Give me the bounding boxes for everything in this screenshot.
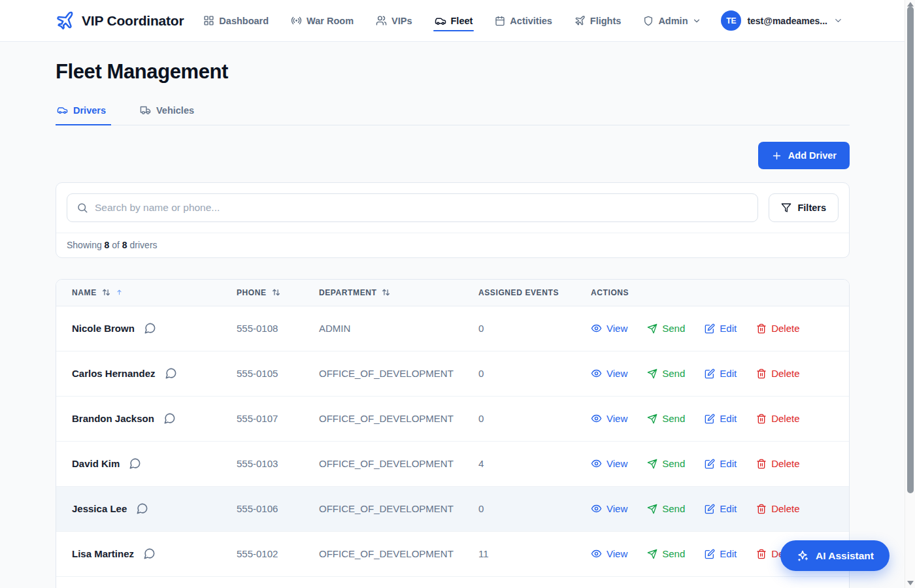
driver-department: OFFICE_OF_DEVELOPMENT — [303, 531, 463, 576]
main-content: Fleet Management Drivers Vehicles Add Dr… — [56, 60, 850, 588]
avatar: TE — [721, 10, 741, 31]
send-button[interactable]: Send — [647, 368, 685, 379]
edit-button[interactable]: Edit — [705, 368, 737, 379]
table-row[interactable]: Lisa Martinez 555-0102 OFFICE_OF_DEVELOP… — [56, 531, 849, 576]
total-count: 8 — [122, 240, 127, 250]
search-card: Filters Showing 8 of 8 drivers — [56, 182, 850, 258]
table-row[interactable]: Nicole Brown 555-0108 ADMIN 0 View Send … — [56, 306, 849, 351]
driver-department: OFFICE_OF_DEVELOPMENT — [303, 486, 463, 531]
delete-button[interactable]: Delete — [756, 413, 799, 424]
car-icon — [57, 105, 68, 116]
delete-button[interactable]: Delete — [756, 458, 799, 469]
add-driver-button[interactable]: Add Driver — [758, 142, 850, 169]
driver-name: Nicole Brown — [72, 323, 135, 334]
view-button[interactable]: View — [591, 413, 627, 424]
assigned-events-count: 0 — [463, 306, 575, 351]
scroll-up-arrow-icon[interactable] — [907, 2, 914, 7]
send-icon — [647, 368, 657, 379]
trash-icon — [756, 549, 767, 559]
nav-item-dashboard[interactable]: Dashboard — [203, 0, 269, 42]
driver-name: Carlos Hernandez — [72, 368, 156, 379]
edit-button[interactable]: Edit — [705, 458, 737, 469]
plus-icon — [771, 150, 782, 161]
nav-item-flights[interactable]: Flights — [574, 0, 622, 42]
chat-bubble-icon[interactable] — [165, 367, 177, 380]
send-button[interactable]: Send — [647, 548, 685, 559]
arrow-up-icon — [116, 289, 123, 296]
driver-department: ADMIN — [303, 306, 463, 351]
plane-icon — [574, 15, 586, 26]
table-row[interactable]: Jessica Lee 555-0106 OFFICE_OF_DEVELOPME… — [56, 486, 849, 531]
chat-bubble-icon[interactable] — [136, 502, 148, 515]
send-button[interactable]: Send — [647, 503, 685, 514]
send-button[interactable]: Send — [647, 413, 685, 424]
nav-item-war-room[interactable]: War Room — [291, 0, 354, 42]
view-button[interactable]: View — [591, 368, 627, 379]
send-button[interactable]: Send — [647, 458, 685, 469]
search-input[interactable] — [95, 202, 748, 214]
send-icon — [647, 459, 657, 469]
chat-bubble-icon[interactable] — [144, 322, 156, 335]
driver-name: David Kim — [72, 458, 120, 469]
send-button[interactable]: Send — [647, 323, 685, 334]
delete-button[interactable]: Delete — [756, 503, 799, 514]
broadcast-icon — [291, 15, 302, 26]
trash-icon — [756, 368, 767, 379]
ai-assistant-button[interactable]: AI Assistant — [780, 540, 890, 571]
search-icon — [76, 202, 88, 214]
eye-icon — [591, 503, 602, 514]
driver-phone: 555-0108 — [221, 306, 303, 351]
truck-icon — [140, 105, 151, 116]
delete-button[interactable]: Delete — [756, 323, 799, 334]
table-row[interactable]: Carlos Hernandez 555-0105 OFFICE_OF_DEVE… — [56, 351, 849, 396]
toolbar: Add Driver — [56, 142, 850, 169]
filters-button[interactable]: Filters — [769, 193, 839, 222]
nav-item-admin[interactable]: Admin — [643, 0, 701, 42]
nav-item-vips[interactable]: VIPs — [376, 0, 412, 42]
view-button[interactable]: View — [591, 458, 627, 469]
assigned-events-count: 4 — [463, 441, 575, 486]
delete-button[interactable]: Delete — [756, 368, 799, 379]
chevron-down-icon — [833, 16, 843, 25]
view-button[interactable]: View — [591, 548, 627, 559]
results-summary: Showing 8 of 8 drivers — [56, 233, 849, 257]
edit-button[interactable]: Edit — [705, 413, 737, 424]
vertical-scrollbar — [905, 0, 915, 588]
edit-button[interactable]: Edit — [705, 548, 737, 559]
view-button[interactable]: View — [591, 323, 627, 334]
tab-drivers[interactable]: Drivers — [56, 103, 111, 125]
eye-icon — [591, 458, 602, 469]
table-row[interactable]: David Kim 555-0103 OFFICE_OF_DEVELOPMENT… — [56, 441, 849, 486]
brand-title: VIP Coordinator — [82, 13, 184, 29]
chat-bubble-icon[interactable] — [163, 412, 176, 425]
column-header-name[interactable]: NAME — [56, 280, 221, 306]
nav-item-fleet[interactable]: Fleet — [435, 0, 473, 42]
chat-bubble-icon[interactable] — [129, 457, 141, 470]
edit-icon — [705, 459, 715, 469]
edit-icon — [705, 323, 715, 334]
view-button[interactable]: View — [591, 503, 627, 514]
assigned-events-count: 0 — [463, 486, 575, 531]
car-icon — [435, 15, 446, 27]
column-header-phone[interactable]: PHONE — [221, 280, 303, 306]
driver-name: Brandon Jackson — [72, 413, 154, 424]
chat-bubble-icon[interactable] — [143, 547, 156, 560]
trash-icon — [756, 504, 767, 514]
edit-icon — [705, 549, 715, 559]
column-header-department[interactable]: DEPARTMENT — [303, 280, 463, 306]
scroll-down-arrow-icon[interactable] — [907, 581, 914, 585]
scrollbar-thumb[interactable] — [907, 7, 914, 493]
send-icon — [647, 504, 657, 514]
edit-button[interactable]: Edit — [705, 323, 737, 334]
table-row[interactable]: Brandon Jackson 555-0107 OFFICE_OF_DEVEL… — [56, 396, 849, 441]
trash-icon — [756, 414, 767, 424]
edit-button[interactable]: Edit — [705, 503, 737, 514]
nav-item-activities[interactable]: Activities — [495, 0, 552, 42]
tab-vehicles[interactable]: Vehicles — [139, 103, 199, 125]
driver-department: OFFICE_OF_DEVELOPMENT — [303, 351, 463, 396]
user-menu[interactable]: TE test@madeames... — [721, 10, 843, 31]
driver-department: OFFICE_OF_DEVELOPMENT — [303, 396, 463, 441]
column-header-actions: ACTIONS — [575, 280, 849, 306]
eye-icon — [591, 368, 602, 379]
page-title: Fleet Management — [56, 60, 850, 84]
